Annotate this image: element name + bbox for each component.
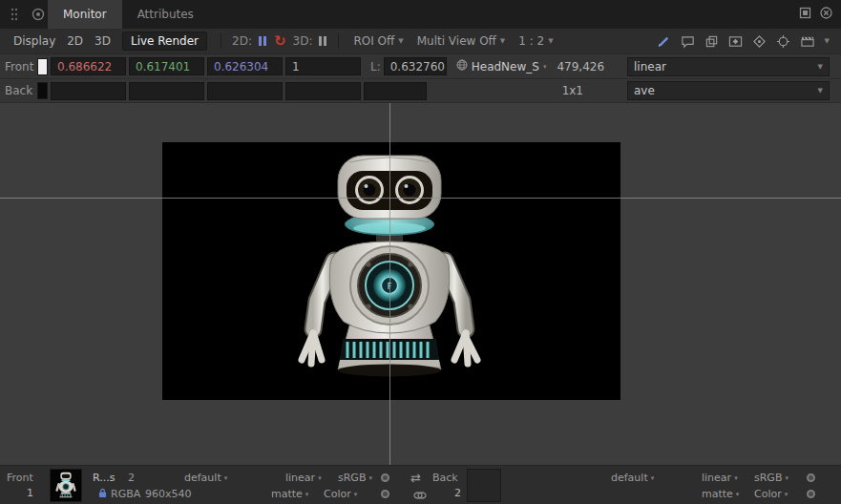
blue-value-field-back[interactable] bbox=[207, 82, 283, 100]
chevron-down-icon: ▼ bbox=[818, 87, 823, 94]
separator bbox=[221, 33, 221, 49]
globe-icon bbox=[456, 59, 468, 74]
comment-icon[interactable] bbox=[681, 34, 695, 49]
chevron-down-icon: ▾ bbox=[651, 474, 655, 482]
front-channel-mode-value: Color bbox=[324, 488, 351, 500]
tab-monitor[interactable]: Monitor bbox=[48, 0, 122, 29]
monitor-viewport[interactable]: F bbox=[0, 103, 841, 465]
front-status-circle-icon[interactable] bbox=[381, 473, 389, 482]
back-channel-mode-dropdown[interactable]: Color ▾ bbox=[754, 488, 788, 500]
pause-3d-button[interactable] bbox=[319, 36, 326, 46]
separator bbox=[338, 33, 339, 49]
crosshair-horizontal-line bbox=[0, 198, 841, 199]
front-channels: RGBA bbox=[111, 488, 140, 500]
copy-layers-icon[interactable] bbox=[704, 34, 719, 49]
chevron-down-icon: ▼ bbox=[818, 63, 823, 71]
lock-icon[interactable] bbox=[98, 488, 107, 501]
stat-mode-value: ave bbox=[634, 84, 655, 97]
close-pane-icon[interactable] bbox=[820, 7, 832, 22]
front-resolution: 960x540 bbox=[145, 488, 192, 500]
swap-buffers-icon[interactable]: ⇄ bbox=[410, 471, 421, 485]
front-buffer-number: 1 bbox=[27, 487, 33, 499]
back-buffer-button[interactable]: Back bbox=[432, 472, 458, 484]
back-preset-value: default bbox=[611, 472, 648, 484]
colorspace-dropdown[interactable]: linear ▼ bbox=[627, 57, 830, 76]
front-matte-value: matte bbox=[271, 488, 303, 500]
robot-render: F bbox=[162, 142, 620, 400]
link-buffers-icon[interactable] bbox=[413, 490, 427, 502]
center-view-icon[interactable] bbox=[776, 34, 790, 49]
render-node-dropdown[interactable]: HeadNew_S ▾ bbox=[456, 59, 547, 74]
display-menu-button[interactable]: Display bbox=[8, 34, 61, 48]
front-preset-value: default bbox=[184, 472, 221, 484]
image-compare-icon[interactable] bbox=[728, 34, 743, 49]
green-value-field-back[interactable] bbox=[129, 82, 204, 100]
chevron-down-icon: ▼ bbox=[548, 37, 553, 45]
front-preset-dropdown[interactable]: default ▾ bbox=[184, 472, 227, 484]
pause-2d-button[interactable] bbox=[259, 36, 266, 46]
front-matte-dropdown[interactable]: matte ▾ bbox=[271, 488, 308, 500]
colorspace-value: linear bbox=[634, 60, 666, 74]
luminance-value-field-back[interactable] bbox=[364, 82, 427, 100]
render-image[interactable]: F bbox=[162, 142, 620, 400]
roi-label: ROI Off bbox=[353, 34, 394, 48]
chevron-down-icon: ▾ bbox=[785, 474, 788, 482]
back-status-circle-icon[interactable] bbox=[807, 473, 815, 482]
pane-menu-icon[interactable] bbox=[29, 5, 48, 24]
pane-grip-icon[interactable] bbox=[5, 5, 24, 24]
back-preset-dropdown[interactable]: default ▾ bbox=[611, 472, 654, 484]
front-colorspace-dropdown[interactable]: linear ▾ bbox=[285, 472, 322, 484]
chevron-down-icon: ▾ bbox=[543, 63, 547, 71]
thumbnail-robot bbox=[51, 470, 81, 501]
chevron-down-icon[interactable]: ▼ bbox=[825, 37, 830, 45]
red-value-field-back[interactable] bbox=[51, 82, 126, 100]
chevron-down-icon: ▼ bbox=[500, 37, 505, 45]
back-display-value: sRGB bbox=[754, 472, 782, 484]
front-channel-mode-dropdown[interactable]: Color ▾ bbox=[324, 488, 357, 500]
chevron-down-icon: ▾ bbox=[305, 491, 309, 498]
render-slate-icon[interactable] bbox=[800, 34, 815, 49]
multi-view-label: Multi View Off bbox=[417, 34, 496, 48]
mode-3d-button[interactable]: 3D bbox=[89, 34, 116, 48]
front-buffer-button[interactable]: Front bbox=[7, 472, 33, 484]
front-buffer-thumbnail[interactable] bbox=[50, 469, 82, 502]
back-colorspace-dropdown[interactable]: linear ▾ bbox=[702, 472, 738, 484]
crosshair-vertical-line bbox=[389, 103, 390, 465]
annotation-pen-icon[interactable] bbox=[657, 34, 671, 49]
front-colorspace-value: linear bbox=[285, 472, 315, 484]
roi-dropdown[interactable]: ROI Off ▼ bbox=[353, 34, 403, 48]
float-pane-icon[interactable] bbox=[799, 7, 811, 22]
tab-attributes[interactable]: Attributes bbox=[122, 0, 209, 29]
refresh-2d-icon[interactable]: ↻ bbox=[274, 34, 286, 49]
stat-mode-dropdown[interactable]: ave ▼ bbox=[627, 81, 830, 100]
luminance-value-field[interactable]: 0.632760 bbox=[384, 57, 447, 75]
back-status-circle-icon[interactable] bbox=[807, 490, 815, 498]
front-status-circle-icon[interactable] bbox=[381, 490, 389, 498]
back-pixel-row: Back 1x1 ave ▼ bbox=[0, 79, 841, 103]
back-matte-value: matte bbox=[702, 488, 733, 500]
chevron-down-icon: ▾ bbox=[224, 474, 228, 482]
back-buffer-number: 2 bbox=[454, 487, 461, 499]
toolbar-right-icons: ▼ bbox=[657, 34, 830, 49]
back-display-dropdown[interactable]: sRGB ▾ bbox=[754, 472, 788, 484]
back-buffer-thumbnail[interactable] bbox=[467, 469, 501, 502]
mode-2d-button[interactable]: 2D bbox=[61, 34, 89, 48]
green-value-field[interactable]: 0.617401 bbox=[129, 57, 204, 75]
pixel-count: 479,426 bbox=[557, 60, 604, 74]
back-color-swatch bbox=[37, 82, 48, 99]
blue-value-field[interactable]: 0.626304 bbox=[207, 57, 283, 75]
alpha-value-field-back[interactable] bbox=[285, 82, 361, 100]
alpha-value-field[interactable]: 1 bbox=[285, 57, 361, 75]
front-render-version: 2 bbox=[128, 472, 135, 484]
pane-window-controls bbox=[799, 7, 832, 22]
multi-view-dropdown[interactable]: Multi View Off ▼ bbox=[417, 34, 506, 48]
red-value-field[interactable]: 0.686622 bbox=[51, 57, 126, 75]
front-display-dropdown[interactable]: sRGB ▾ bbox=[338, 472, 372, 484]
pixel-ratio-label: 1x1 bbox=[562, 84, 583, 97]
statusbar: Front 1 R...s 2 RGBA 960x540 default bbox=[0, 465, 841, 504]
zoom-ratio-dropdown[interactable]: 1 : 2 ▼ bbox=[518, 34, 553, 48]
back-matte-dropdown[interactable]: matte ▾ bbox=[702, 488, 739, 500]
live-render-button[interactable]: Live Render bbox=[122, 32, 207, 51]
pixel-probe-icon[interactable] bbox=[752, 34, 767, 49]
chevron-down-icon: ▾ bbox=[368, 474, 372, 482]
